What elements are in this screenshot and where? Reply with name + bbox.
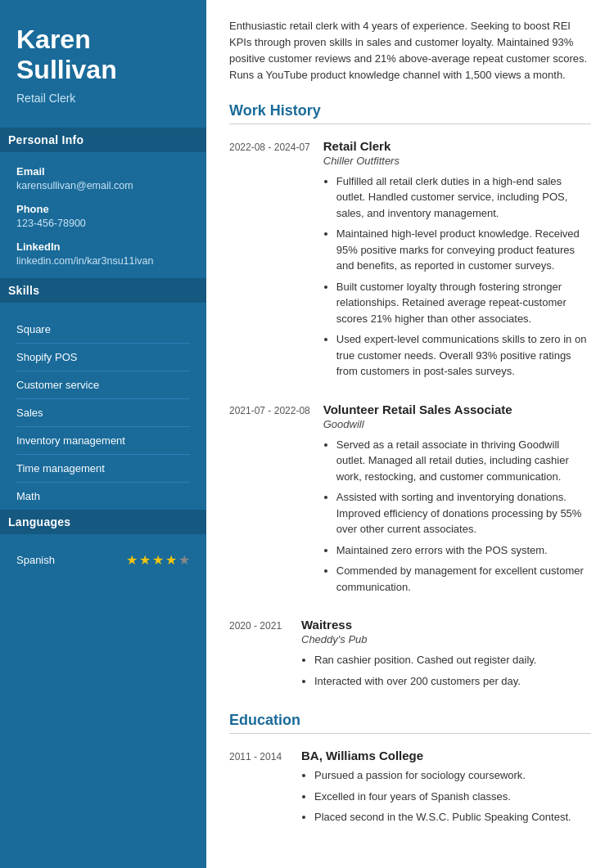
skill-item: Math <box>16 483 190 510</box>
job-3-company: Cheddy's Pub <box>301 633 591 645</box>
job-2-company: Goodwill <box>323 418 591 430</box>
language-stars: ★ ★ ★ ★ ★ <box>126 552 190 568</box>
job-2-dates: 2021-07 - 2022-08 <box>229 403 310 600</box>
bullet: Built customer loyalty through fostering… <box>336 279 591 327</box>
job-3-bullets: Ran cashier position. Cashed out registe… <box>301 652 591 689</box>
languages-header: Languages <box>0 510 206 534</box>
bullet: Assisted with sorting and inventorying d… <box>336 489 591 537</box>
edu-entry-1: 2011 - 2014 BA, Williams College Pursued… <box>229 749 591 830</box>
job-1-company: Chiller Outfitters <box>323 155 591 167</box>
job-3-title: Waitress <box>301 618 591 632</box>
bullet: Used expert-level communications skills … <box>336 331 591 380</box>
star-2: ★ <box>139 552 151 568</box>
star-1: ★ <box>126 552 138 568</box>
bullet: Pursued a passion for sociology coursewo… <box>314 767 591 784</box>
skill-item: Sales <box>16 399 190 427</box>
bullet: Excelled in four years of Spanish classe… <box>314 789 591 805</box>
linkedin-item: LinkedIn linkedin.com/in/kar3nsu11ivan <box>16 241 190 267</box>
edu-1-content: BA, Williams College Pursued a passion f… <box>301 749 591 830</box>
phone-label: Phone <box>16 203 190 215</box>
bullet: Fulfilled all retail clerk duties in a h… <box>336 173 591 222</box>
bullet: Placed second in the W.S.C. Public Speak… <box>314 809 591 825</box>
job-1-content: Retail Clerk Chiller Outfitters Fulfille… <box>323 139 591 385</box>
work-history-header: Work History <box>229 102 591 124</box>
email-label: Email <box>16 165 190 178</box>
education-section: Education 2011 - 2014 BA, Williams Colle… <box>229 712 591 830</box>
star-3: ★ <box>152 552 164 568</box>
bullet: Commended by management for excellent cu… <box>336 563 591 595</box>
bullet: Maintained zero errors with the POS syst… <box>336 542 591 559</box>
email-value: karensullivan@email.com <box>16 180 133 191</box>
edu-1-bullets: Pursued a passion for sociology coursewo… <box>301 767 591 825</box>
languages-list: Spanish ★ ★ ★ ★ ★ <box>16 547 190 573</box>
job-1-title: Retail Clerk <box>323 139 591 153</box>
job-entry-1: 2022-08 - 2024-07 Retail Clerk Chiller O… <box>229 139 591 385</box>
skill-item: Square <box>16 316 190 344</box>
star-4: ★ <box>165 552 177 568</box>
linkedin-label: LinkedIn <box>16 241 190 253</box>
skill-item: Customer service <box>16 371 190 399</box>
candidate-name: Karen Sullivan <box>16 25 190 85</box>
job-1-dates: 2022-08 - 2024-07 <box>229 139 310 385</box>
skill-item: Shopify POS <box>16 344 190 371</box>
personal-info: Email karensullivan@email.com Phone 123-… <box>16 165 190 267</box>
job-entry-3: 2020 - 2021 Waitress Cheddy's Pub Ran ca… <box>229 618 591 694</box>
job-3-dates: 2020 - 2021 <box>229 618 288 694</box>
job-2-content: Volunteer Retail Sales Associate Goodwil… <box>323 403 591 600</box>
phone-item: Phone 123-456-78900 <box>16 203 190 229</box>
skills-header: Skills <box>0 278 206 303</box>
skill-item: Time management <box>16 455 190 483</box>
main-content: Enthusiastic retail clerk with 4 years o… <box>206 0 614 868</box>
education-header: Education <box>229 712 591 734</box>
bullet: Ran cashier position. Cashed out registe… <box>314 652 591 668</box>
job-2-bullets: Served as a retail associate in thriving… <box>323 437 591 596</box>
job-2-title: Volunteer Retail Sales Associate <box>323 403 591 416</box>
star-5: ★ <box>178 552 190 568</box>
language-name: Spanish <box>16 554 55 566</box>
summary: Enthusiastic retail clerk with 4 years o… <box>229 18 591 84</box>
email-item: Email karensullivan@email.com <box>16 165 190 191</box>
bullet: Interacted with over 200 customers per d… <box>314 673 591 690</box>
linkedin-value: linkedin.com/in/kar3nsu11ivan <box>16 255 153 267</box>
phone-value: 123-456-78900 <box>16 218 86 229</box>
bullet: Served as a retail associate in thriving… <box>336 437 591 485</box>
resume-container: Karen Sullivan Retail Clerk Personal Inf… <box>0 0 614 868</box>
language-item: Spanish ★ ★ ★ ★ ★ <box>16 547 190 573</box>
candidate-title: Retail Clerk <box>16 92 190 105</box>
edu-1-degree: BA, Williams College <box>301 749 591 762</box>
edu-1-dates: 2011 - 2014 <box>229 749 288 830</box>
sidebar: Karen Sullivan Retail Clerk Personal Inf… <box>0 0 206 868</box>
skills-list: Square Shopify POS Customer service Sale… <box>16 316 190 510</box>
personal-info-header: Personal Info <box>0 128 206 152</box>
job-1-bullets: Fulfilled all retail clerk duties in a h… <box>323 173 591 380</box>
job-3-content: Waitress Cheddy's Pub Ran cashier positi… <box>301 618 591 694</box>
bullet: Maintained high-level product knowledge.… <box>336 226 591 274</box>
job-entry-2: 2021-07 - 2022-08 Volunteer Retail Sales… <box>229 403 591 600</box>
skill-item: Inventory management <box>16 427 190 455</box>
